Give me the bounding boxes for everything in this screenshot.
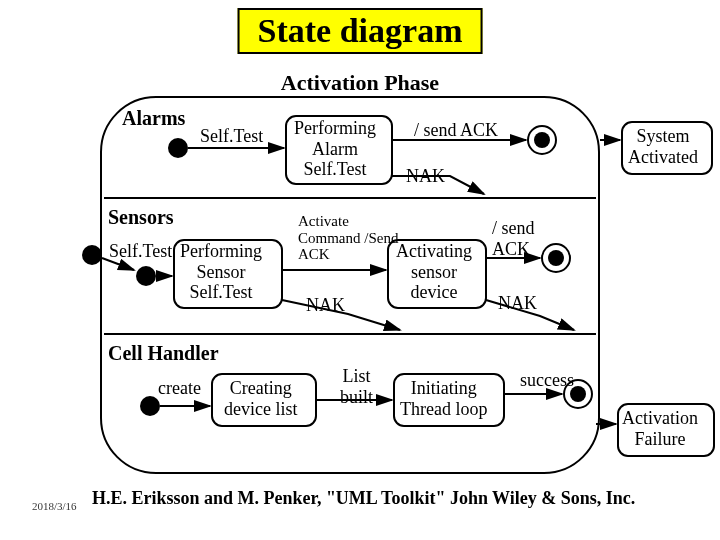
sensors-activate-cmd-label: ActivateCommand /SendACK (298, 213, 398, 263)
alarms-send-ack-label: / send ACK (414, 120, 498, 141)
alarms-nak-label: NAK (406, 166, 445, 187)
alarms-performing-label: PerformingAlarmSelf.Test (294, 118, 376, 180)
cell-creating-label: Creatingdevice list (224, 378, 297, 419)
sensors-performing-label: PerformingSensorSelf.Test (180, 241, 262, 303)
phase-label: Activation Phase (281, 70, 439, 96)
sensors-nak1-label: NAK (306, 295, 345, 316)
section-cell-handler: Cell Handler (108, 342, 219, 365)
section-alarms: Alarms (122, 107, 185, 130)
cell-list-built-label: Listbuilt (340, 366, 373, 407)
date-stamp: 2018/3/16 (32, 500, 77, 512)
page-title: State diagram (238, 8, 483, 54)
citation: H.E. Eriksson and M. Penker, "UML Toolki… (92, 488, 635, 509)
sensors-entry-dot (82, 245, 102, 265)
section-sensors: Sensors (108, 206, 174, 229)
sensors-selftest-label: Self.Test (109, 241, 172, 262)
cell-create-label: create (158, 378, 201, 399)
sensors-activating-label: Activatingsensordevice (396, 241, 472, 303)
cell-initiating-label: InitiatingThread loop (400, 378, 487, 419)
cell-success-label: success (520, 370, 574, 391)
sensors-send-ack-label: / sendACK (492, 218, 535, 259)
system-activated-label: SystemActivated (628, 126, 698, 167)
sensors-nak2-label: NAK (498, 293, 537, 314)
alarms-selftest-label: Self.Test (200, 126, 263, 147)
activation-failure-label: ActivationFailure (622, 408, 698, 449)
